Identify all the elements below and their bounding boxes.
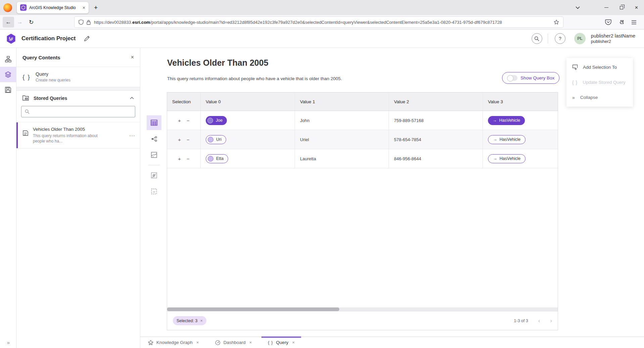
- menu-collapse[interactable]: » Collapse: [566, 90, 633, 105]
- query-description: This query returns information about peo…: [167, 76, 342, 81]
- rail-contents-button[interactable]: [0, 67, 16, 82]
- rail-data-model-button[interactable]: [0, 51, 16, 67]
- browser-tab-strip: ArcGIS Knowledge Studio × + ×: [0, 0, 644, 15]
- tab-list-chevron-icon[interactable]: [570, 0, 585, 15]
- browser-tab[interactable]: ArcGIS Knowledge Studio ×: [17, 2, 89, 13]
- cell-value: 578-654-7854: [389, 130, 483, 149]
- tab-close-icon[interactable]: ×: [196, 340, 199, 345]
- column-header[interactable]: Value 0: [201, 93, 295, 111]
- help-button[interactable]: ?: [555, 33, 565, 44]
- header-search-button[interactable]: [532, 33, 542, 44]
- bookmark-star-icon[interactable]: [554, 19, 559, 25]
- scrollbar-thumb[interactable]: [167, 307, 339, 311]
- link-chart-button[interactable]: [147, 131, 161, 146]
- url-bar[interactable]: https://dev0028833.esri.com/portal/apps/…: [75, 17, 563, 27]
- app-header: Certification Project ? PL publisher2 la…: [0, 30, 644, 48]
- hamburger-menu-icon[interactable]: [631, 20, 637, 24]
- reload-button[interactable]: ↻: [26, 17, 37, 27]
- extensions-puzzle-icon[interactable]: [618, 19, 624, 25]
- search-icon: [534, 36, 539, 41]
- tab-close-icon[interactable]: ×: [83, 5, 85, 10]
- horizontal-scrollbar[interactable]: [167, 307, 558, 311]
- select-minus-button[interactable]: −: [187, 156, 190, 162]
- clear-selection-icon[interactable]: ×: [200, 318, 203, 323]
- user-info[interactable]: publisher2 lastName publisher2: [591, 33, 635, 44]
- query-item-sublabel: Create new queries: [36, 78, 70, 82]
- tab-close-icon[interactable]: ×: [249, 340, 252, 345]
- panel-title: Query Contents: [22, 55, 60, 60]
- menu-add-selection-to[interactable]: Add Selection To: [566, 60, 633, 75]
- cell-value: Lauretta: [295, 149, 389, 168]
- previous-page-button[interactable]: ‹: [538, 317, 540, 324]
- stored-queries-title: Stored Queries: [34, 96, 67, 101]
- forward-button[interactable]: →: [14, 17, 26, 27]
- column-header[interactable]: Value 3: [483, 93, 558, 111]
- table-row[interactable]: + − Joe John 759-889-57168 →HasVehicle: [167, 111, 558, 130]
- lock-icon[interactable]: [87, 20, 91, 25]
- column-header[interactable]: Value 1: [295, 93, 389, 111]
- window-minimize-button[interactable]: [599, 0, 614, 15]
- url-text: https://dev0028833.esri.com/portal/apps/…: [94, 20, 502, 25]
- item-options-icon[interactable]: ···: [129, 132, 135, 138]
- dashboard-gauge-icon: [215, 340, 220, 345]
- stored-query-description: This query returns information about peo…: [33, 133, 100, 144]
- relationship-pill[interactable]: →HasVehicle: [488, 135, 526, 144]
- back-button[interactable]: ←: [3, 17, 14, 27]
- stored-query-doc-icon: [22, 130, 29, 136]
- rail-expand-button[interactable]: »: [0, 340, 16, 345]
- menu-item-label: Collapse: [580, 95, 598, 100]
- link-chart-icon: [151, 136, 157, 142]
- toggle-switch[interactable]: [507, 75, 517, 81]
- pocket-icon[interactable]: [605, 19, 611, 25]
- tab-close-icon[interactable]: ×: [292, 340, 295, 345]
- table-view-button[interactable]: [147, 115, 161, 130]
- panel-close-icon[interactable]: ×: [131, 54, 134, 60]
- tab-query[interactable]: { } Query ×: [263, 337, 300, 348]
- tab-dashboard[interactable]: Dashboard ×: [210, 337, 257, 348]
- selected-count-chip[interactable]: Selected: 3 ×: [173, 316, 206, 325]
- entity-pill[interactable]: Joe: [206, 116, 227, 125]
- column-header[interactable]: Value 2: [389, 93, 483, 111]
- column-header[interactable]: Selection: [167, 93, 201, 111]
- table-row[interactable]: + − Uri Uriel 578-654-7854 →HasVehicle: [167, 130, 558, 149]
- query-create-item[interactable]: { } Query Create new queries: [16, 67, 140, 87]
- firefox-logo-icon[interactable]: [3, 3, 12, 12]
- select-minus-button[interactable]: −: [187, 137, 190, 142]
- rail-save-button[interactable]: [0, 82, 16, 98]
- show-query-box-toggle[interactable]: Show Query Box: [502, 72, 559, 84]
- select-minus-button[interactable]: −: [187, 118, 190, 123]
- window-close-button[interactable]: ×: [629, 0, 644, 15]
- chevron-up-icon[interactable]: [130, 97, 134, 99]
- edit-pencil-icon[interactable]: [84, 36, 90, 42]
- layers-icon: [5, 71, 11, 78]
- stored-queries-search[interactable]: [21, 106, 135, 117]
- entity-pill[interactable]: Uri: [206, 135, 226, 144]
- select-region-button[interactable]: [147, 184, 161, 199]
- menu-update-stored-query[interactable]: { } Update Stored Query: [566, 75, 633, 90]
- tracking-shield-icon[interactable]: [79, 19, 84, 25]
- browser-navbar: ← → ↻ https://dev0028833.esri.com/portal…: [0, 15, 644, 30]
- knowledge-studio-logo-icon: [6, 33, 16, 44]
- new-map-button[interactable]: [147, 168, 161, 183]
- arrow-right-icon: →: [493, 156, 497, 161]
- table-row[interactable]: + − Etta Lauretta 846-956-8644 →HasVehic…: [167, 149, 558, 168]
- table-footer: Selected: 3 × 1-3 of 3 ‹ ›: [167, 311, 558, 330]
- search-input[interactable]: [32, 109, 132, 114]
- user-name: publisher2 lastName: [591, 33, 635, 39]
- stored-query-item[interactable]: Vehicles Older Than 2005 This query retu…: [16, 122, 140, 149]
- stored-queries-header[interactable]: Stored Queries: [16, 91, 140, 105]
- map-view-button[interactable]: [147, 148, 161, 162]
- next-page-button[interactable]: ›: [550, 317, 552, 324]
- select-plus-button[interactable]: +: [178, 118, 181, 123]
- new-tab-button[interactable]: +: [94, 4, 98, 11]
- relationship-pill[interactable]: →HasVehicle: [488, 154, 526, 163]
- select-plus-button[interactable]: +: [178, 137, 181, 142]
- user-avatar[interactable]: PL: [574, 33, 586, 44]
- section-divider: [16, 87, 140, 91]
- relationship-pill[interactable]: →HasVehicle: [488, 116, 525, 125]
- select-plus-button[interactable]: +: [178, 156, 181, 162]
- data-model-tree-icon: [5, 56, 11, 62]
- entity-pill[interactable]: Etta: [206, 154, 228, 163]
- tab-knowledge-graph[interactable]: Knowledge Graph ×: [143, 337, 204, 348]
- window-restore-button[interactable]: [614, 0, 629, 15]
